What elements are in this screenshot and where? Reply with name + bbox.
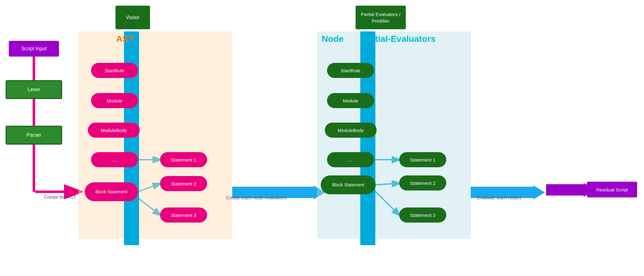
create-ast-label: Create the AST (44, 194, 76, 200)
node-stmt2: Statement 2 (399, 175, 446, 190)
node-stmt1: Statement 1 (399, 152, 446, 167)
ast-stmt1: Statement 1 (160, 152, 207, 167)
residual-script-label: Residual Script (596, 187, 628, 192)
parser-box: Parser (6, 126, 62, 145)
ast-block-stmt: Block Statement (85, 182, 138, 201)
lexer-box: Lexer (6, 80, 62, 99)
diagram-container: Visitor Script Input Lexer Parser Create… (0, 0, 644, 276)
node-title: Node (322, 34, 344, 44)
ast-module-body: ModuleBody (88, 123, 140, 138)
ast-stmt2: Statement 2 (160, 176, 207, 191)
ast-title: AST (116, 34, 134, 44)
node-block-stmt: Block Statement (321, 175, 376, 194)
create-each-node-label: Create each node evaluators (226, 195, 287, 200)
script-input-label: Script Input (21, 46, 47, 52)
node-module: Module (327, 93, 374, 108)
ast-dots: ... (91, 152, 138, 167)
partial-eval-box: Partial Evaluators / Prettifier (356, 6, 406, 29)
partial-evaluators-title: Partial-Evaluators (361, 34, 436, 44)
node-dots: ... (327, 152, 374, 167)
residual-script-box: Residual Script (587, 182, 637, 197)
visitor-box: Visitor (115, 6, 150, 29)
visitor-label: Visitor (126, 15, 140, 20)
ast-module: Module (91, 93, 138, 108)
ast-stmt3: Statement 3 (160, 207, 207, 223)
partial-eval-label: Partial Evaluators / Prettifier (356, 11, 406, 24)
ast-start-rule: StartRule (91, 63, 138, 78)
node-module-body: ModuleBody (325, 123, 377, 138)
evaluate-each-nodes-label: Evaluate each nodes (477, 195, 521, 200)
script-input-box: Script Input (9, 41, 59, 57)
parser-label: Parser (26, 132, 41, 138)
lexer-label: Lexer (28, 87, 40, 92)
node-stmt3: Statement 3 (399, 207, 446, 223)
node-start-rule: StartRule (327, 63, 374, 78)
